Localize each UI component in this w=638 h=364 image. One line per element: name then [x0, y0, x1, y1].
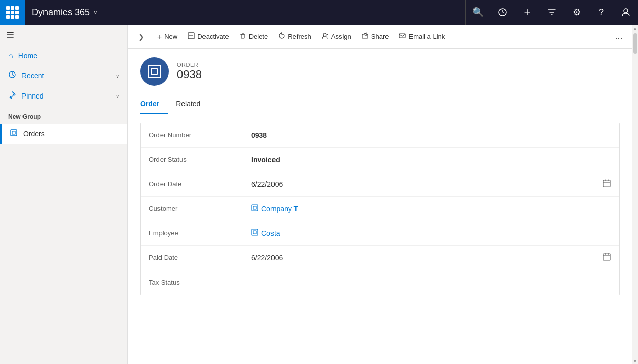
assign-label: Assign — [331, 33, 351, 40]
svg-line-6 — [12, 75, 14, 76]
order-date-value[interactable]: 6/22/2006 — [251, 180, 590, 188]
email-link-button[interactable]: Email a Link — [394, 28, 450, 46]
new-icon: + — [157, 33, 162, 41]
employee-name: Costa — [261, 229, 280, 237]
profile-icon — [621, 7, 631, 17]
search-button[interactable]: 🔍 — [466, 0, 490, 25]
delete-button[interactable]: Delete — [234, 28, 274, 46]
record-name: 0938 — [177, 68, 202, 81]
order-date-calendar-icon[interactable] — [603, 179, 611, 189]
share-button[interactable]: Share — [356, 28, 394, 46]
svg-rect-12 — [241, 34, 244, 38]
svg-point-3 — [624, 9, 628, 13]
layout: ☰ ⌂ Home Recent ∨ Pin — [0, 25, 638, 364]
scroll-thumb[interactable] — [633, 33, 637, 54]
profile-button[interactable] — [613, 0, 638, 25]
record-header: ORDER 0938 — [128, 49, 632, 94]
help-button[interactable]: ? — [589, 0, 613, 25]
home-label: Home — [18, 52, 119, 60]
field-paid-date: Paid Date 6/22/2006 — [141, 246, 619, 270]
customer-label: Customer — [149, 205, 251, 212]
field-order-date: Order Date 6/22/2006 — [141, 172, 619, 197]
waffle-icon — [6, 6, 19, 19]
sidebar: ☰ ⌂ Home Recent ∨ Pin — [0, 25, 128, 364]
collapse-icon: ❯ — [138, 33, 144, 41]
deactivate-label: Deactivate — [197, 33, 229, 40]
sidebar-item-recent[interactable]: Recent ∨ — [0, 65, 127, 86]
form-card: Order Number 0938 Order Status Invoiced … — [140, 123, 620, 295]
hamburger-button[interactable]: ☰ — [0, 25, 127, 46]
order-number-value[interactable]: 0938 — [251, 131, 590, 139]
settings-button[interactable]: ⚙ — [564, 0, 589, 25]
recents-button[interactable] — [490, 0, 515, 25]
waffle-button[interactable] — [0, 0, 25, 25]
refresh-label: Refresh — [288, 33, 311, 40]
scrollbar[interactable]: ▲ ▼ — [632, 25, 638, 364]
field-customer: Customer Company T — [141, 197, 619, 221]
employee-label: Employee — [149, 229, 251, 237]
tab-order[interactable]: Order — [140, 94, 168, 114]
svg-rect-28 — [253, 231, 256, 234]
scroll-down-arrow[interactable]: ▼ — [633, 358, 638, 364]
deactivate-button[interactable]: Deactivate — [183, 28, 234, 46]
record-title-area: ORDER 0938 — [177, 62, 202, 81]
field-order-status: Order Status Invoiced — [141, 148, 619, 172]
paid-date-label: Paid Date — [149, 254, 251, 261]
new-button[interactable]: + New — [152, 28, 183, 46]
order-number-label: Order Number — [149, 131, 251, 139]
svg-rect-20 — [151, 68, 157, 75]
tab-related-label: Related — [176, 100, 200, 108]
customer-name: Company T — [261, 205, 298, 213]
assign-button[interactable]: Assign — [316, 28, 356, 46]
employee-link-icon — [251, 229, 258, 237]
order-status-label: Order Status — [149, 156, 251, 163]
home-icon: ⌂ — [8, 51, 13, 60]
paid-date-value[interactable]: 6/22/2006 — [251, 254, 590, 262]
hamburger-icon: ☰ — [6, 30, 14, 41]
topbar-right-area: ⚙ ? — [564, 0, 638, 25]
filter-button[interactable] — [539, 0, 564, 25]
svg-rect-19 — [148, 65, 161, 78]
new-button-topbar[interactable]: + — [515, 0, 539, 25]
field-order-number: Order Number 0938 — [141, 123, 619, 148]
delete-label: Delete — [249, 33, 268, 40]
tab-order-label: Order — [140, 100, 160, 108]
scroll-up-arrow[interactable]: ▲ — [633, 26, 638, 31]
svg-rect-29 — [603, 254, 610, 260]
collapse-button[interactable]: ❯ — [132, 28, 150, 46]
pinned-label: Pinned — [21, 92, 110, 100]
main-content: ❯ + New Deactivate — [128, 25, 632, 364]
tax-status-label: Tax Status — [149, 279, 251, 286]
recent-label: Recent — [21, 71, 110, 80]
order-status-value[interactable]: Invoiced — [251, 156, 590, 164]
email-link-label: Email a Link — [408, 33, 445, 40]
refresh-icon — [278, 32, 285, 41]
sidebar-item-pinned[interactable]: Pinned ∨ — [0, 86, 127, 106]
email-link-icon — [399, 32, 406, 41]
more-button[interactable]: ... — [609, 28, 628, 46]
svg-rect-18 — [399, 34, 405, 38]
form-scroll-area: Order Number 0938 Order Status Invoiced … — [128, 114, 632, 364]
orders-icon — [10, 129, 18, 139]
delete-icon — [239, 32, 246, 41]
paid-date-calendar-icon[interactable] — [603, 253, 611, 263]
app-title[interactable]: Dynamics 365 ∨ — [25, 7, 105, 18]
sidebar-item-orders[interactable]: Orders — [0, 124, 127, 144]
deactivate-icon — [188, 32, 195, 41]
svg-rect-21 — [603, 180, 610, 187]
tab-related[interactable]: Related — [176, 94, 209, 114]
share-icon — [361, 32, 369, 41]
app-name-label: Dynamics 365 — [32, 7, 90, 18]
record-entity-type: ORDER — [177, 62, 202, 68]
refresh-button[interactable]: Refresh — [273, 28, 316, 46]
customer-value[interactable]: Company T — [251, 204, 590, 213]
employee-value[interactable]: Costa — [251, 229, 590, 237]
sidebar-item-home[interactable]: ⌂ Home — [0, 46, 127, 65]
customer-link-icon — [251, 204, 258, 213]
record-avatar-icon — [147, 64, 162, 79]
svg-rect-8 — [11, 130, 17, 136]
assign-icon — [322, 32, 329, 41]
sidebar-group-label: New Group — [0, 106, 127, 124]
recent-chevron: ∨ — [116, 73, 119, 79]
new-label: New — [164, 33, 177, 40]
